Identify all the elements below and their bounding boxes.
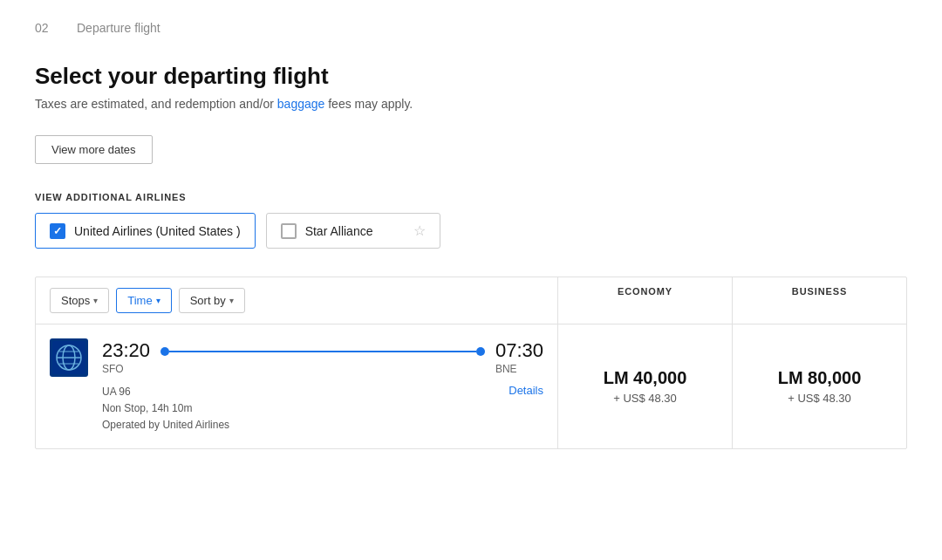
star-icon: ☆ xyxy=(413,222,426,239)
stops-filter-button[interactable]: Stops ▾ xyxy=(50,288,109,313)
economy-column-header: ECONOMY xyxy=(557,277,732,324)
departure-time: 23:20 xyxy=(102,340,150,361)
airline-option-star-alliance[interactable]: Star Alliance ☆ xyxy=(266,213,440,249)
route-bar xyxy=(169,351,476,352)
sort-filter-button[interactable]: Sort by ▾ xyxy=(179,288,245,313)
arrival-airport: BNE xyxy=(495,363,543,375)
page-title: Select your departing flight xyxy=(35,63,907,90)
airlines-list: United Airlines (United States ) Star Al… xyxy=(35,213,907,249)
baggage-link[interactable]: baggage xyxy=(277,97,325,111)
step-number: 02 xyxy=(35,21,63,35)
star-alliance-name: Star Alliance xyxy=(305,224,405,238)
flight-meta: UA 96 Non Stop, 14h 10m Operated by Unit… xyxy=(102,384,229,434)
flight-sub-details: UA 96 Non Stop, 14h 10m Operated by Unit… xyxy=(50,384,543,434)
details-link[interactable]: Details xyxy=(509,384,543,434)
economy-price: LM 40,000 xyxy=(604,368,687,388)
flight-stops: Non Stop, 14h 10m xyxy=(102,400,229,417)
time-chevron-icon: ▾ xyxy=(156,296,160,305)
sort-chevron-icon: ▾ xyxy=(229,296,234,305)
business-price-cell[interactable]: LM 80,000 + US$ 48.30 xyxy=(732,324,906,448)
departure-airport: SFO xyxy=(102,363,150,375)
route-dot-right xyxy=(476,347,485,356)
united-airline-name: United Airlines (United States ) xyxy=(74,224,241,238)
stops-chevron-icon: ▾ xyxy=(93,296,98,305)
time-filter-button[interactable]: Time ▾ xyxy=(116,288,171,313)
stops-filter-label: Stops xyxy=(61,294,90,307)
route-dot-left xyxy=(160,347,169,356)
flight-results-container: Stops ▾ Time ▾ Sort by ▾ ECONOMY BUSINES… xyxy=(35,277,907,449)
united-checkbox[interactable] xyxy=(50,223,65,239)
flight-operated-by: Operated by United Airlines xyxy=(102,417,229,434)
airline-option-united[interactable]: United Airlines (United States ) xyxy=(35,213,256,249)
flight-info: 23:20 SFO 07:30 BNE xyxy=(36,324,557,448)
flight-row: 23:20 SFO 07:30 BNE xyxy=(36,324,906,448)
subtitle-text-before: Taxes are estimated, and redemption and/… xyxy=(35,97,277,111)
route-line xyxy=(150,347,495,356)
departure-block: 23:20 SFO xyxy=(102,340,150,375)
view-more-dates-button[interactable]: View more dates xyxy=(35,135,153,164)
star-alliance-checkbox[interactable] xyxy=(281,223,297,239)
united-airlines-logo-icon xyxy=(52,341,85,374)
subtitle-text-after: fees may apply. xyxy=(324,97,413,111)
arrival-block: 07:30 BNE xyxy=(495,340,543,375)
sort-filter-label: Sort by xyxy=(190,294,226,307)
arrival-time: 07:30 xyxy=(495,340,543,361)
time-filter-label: Time xyxy=(127,294,152,307)
subtitle: Taxes are estimated, and redemption and/… xyxy=(35,97,907,111)
step-label: Departure flight xyxy=(77,21,160,35)
business-price: LM 80,000 xyxy=(778,368,862,388)
economy-price-cell[interactable]: LM 40,000 + US$ 48.30 xyxy=(557,324,732,448)
airlines-section-label: VIEW ADDITIONAL AIRLINES xyxy=(35,192,907,202)
business-column-header: BUSINESS xyxy=(732,277,906,324)
airline-logo xyxy=(50,338,88,377)
flight-number: UA 96 xyxy=(102,384,229,400)
economy-usd: + US$ 48.30 xyxy=(613,392,677,405)
business-usd: + US$ 48.30 xyxy=(788,392,851,405)
